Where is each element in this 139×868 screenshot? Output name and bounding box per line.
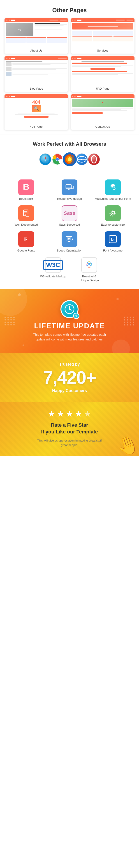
page-thumb-about[interactable]: img: [4, 18, 68, 54]
star-3: ★: [66, 409, 73, 418]
feature-google-fonts-label: Google Fonts: [17, 249, 35, 253]
features-grid: Bootstrap5 Responsive design: [7, 180, 132, 253]
browsers-section: Work Perfect with All Browsers: [0, 134, 139, 177]
hand-icon: 🤚: [113, 432, 139, 456]
page-thumb-services[interactable]: Services: [71, 18, 135, 54]
features-section: Bootstrap5 Responsive design: [0, 177, 139, 289]
browsers-title: Work Perfect with All Browsers: [4, 141, 135, 147]
w3c-icon-box: W3C: [45, 257, 61, 273]
svg-point-56: [87, 263, 88, 264]
svg-text:e: e: [81, 158, 82, 161]
feature-customize: Easy to customize: [93, 205, 132, 227]
feature-sass: Sass Sass Supported: [50, 205, 89, 227]
feature-font-awesome-label: Font Awesome: [103, 249, 122, 253]
safari-icon: [38, 152, 52, 166]
page-thumb-faq[interactable]: FAQ Page: [71, 56, 135, 92]
page-label-about: About Us: [4, 48, 68, 54]
trusted-section: Trusted by 7,420+ Happy Customers: [0, 353, 139, 402]
page-label-blog: Blog Page: [4, 86, 68, 92]
star-5: ★: [84, 409, 91, 418]
svg-text:✓: ✓: [26, 214, 28, 216]
feature-font-awesome: fa Font Awesome: [93, 231, 132, 253]
feature-speed-label: Speed Optimization: [57, 249, 82, 253]
feature-bootstrap-label: Bootstrap5: [19, 197, 33, 201]
feature-w3c: W3C W3 validate Markup: [40, 257, 66, 282]
lifetime-arrow-icon: ↺: [73, 313, 79, 319]
svg-point-13: [67, 157, 72, 161]
feature-mailchimp-label: MailChimp Subscriber Form: [94, 197, 131, 201]
font-awesome-icon-box: fa: [105, 231, 121, 247]
svg-point-60: [91, 264, 92, 266]
page-label-services: Services: [71, 48, 135, 54]
customize-icon-box: [105, 205, 121, 221]
other-pages-section: Other Pages img: [0, 0, 139, 134]
svg-point-25: [111, 186, 112, 187]
documented-icon-box: ✓: [18, 205, 34, 221]
browsers-icons: e: [4, 152, 135, 166]
feature-mailchimp: MailChimp Subscriber Form: [93, 180, 132, 201]
star-2: ★: [57, 409, 64, 418]
feature-responsive: Responsive design: [50, 180, 89, 201]
page-label-faq: FAQ Page: [71, 86, 135, 92]
svg-line-41: [114, 211, 115, 212]
feature-responsive-label: Responsive design: [57, 197, 82, 201]
lifetime-dots-right: [124, 317, 135, 326]
trusted-label: Trusted by: [4, 362, 135, 367]
star-1: ★: [48, 409, 55, 418]
features-bottom: W3C W3 validate Markup Beautiful & Uniqu…: [7, 257, 132, 282]
firefox-icon: [61, 151, 78, 167]
feature-documented-label: Well-Documented: [15, 223, 38, 227]
svg-rect-21: [71, 186, 73, 189]
trusted-customers: Happy Customers: [4, 389, 135, 393]
page-label-contact: Contact Us: [71, 124, 135, 130]
svg-point-34: [112, 213, 113, 214]
rate-subtitle: If you Like our Template: [4, 429, 135, 435]
page-thumb-404[interactable]: 404 🔍 404 Page: [4, 94, 68, 130]
rate-section: ★ ★ ★ ★ ★ Rate a Five Star If you Like o…: [0, 402, 139, 456]
page-label-404: 404 Page: [4, 124, 68, 130]
svg-line-39: [111, 211, 111, 212]
svg-point-58: [88, 261, 90, 262]
responsive-icon-box: [62, 180, 77, 195]
lifetime-dots-left: [4, 317, 15, 326]
lifetime-description: This template comes with lifetime free u…: [31, 332, 108, 342]
sass-icon-box: Sass: [62, 205, 77, 221]
feature-documented: ✓ Well-Documented: [7, 205, 46, 227]
svg-point-26: [113, 186, 114, 187]
speed-icon-box: [62, 231, 77, 247]
svg-line-40: [114, 215, 115, 215]
svg-text:fa: fa: [111, 237, 115, 243]
rate-title: Rate a Five Star: [4, 422, 135, 428]
lifetime-clock-icon: ↺: [60, 300, 79, 318]
feature-sass-label: Sass Supported: [59, 223, 80, 227]
pages-grid: img: [4, 18, 135, 130]
trusted-number: 7,420+: [4, 369, 135, 386]
svg-point-57: [90, 263, 91, 264]
lifetime-section: ↺ LIFETIME UPDATE This template comes wi…: [0, 289, 139, 353]
feature-beautiful: Beautiful & Unique Design: [80, 257, 99, 282]
svg-line-42: [111, 215, 111, 215]
sass-logo-text: Sass: [64, 210, 75, 216]
other-pages-title: Other Pages: [4, 7, 135, 14]
w3c-logo-text: W3C: [43, 260, 63, 270]
mailchimp-icon-box: [105, 180, 121, 195]
svg-text:F: F: [24, 236, 28, 243]
rate-description: This will give us appreciation in making…: [36, 438, 103, 447]
lifetime-title: LIFETIME UPDATE: [4, 322, 135, 330]
star-4: ★: [75, 409, 82, 418]
opera-icon: [87, 152, 101, 166]
feature-bootstrap: Bootstrap5: [7, 180, 46, 201]
svg-point-64: [69, 309, 70, 310]
beautiful-icon-box: [81, 257, 97, 273]
page-thumb-contact[interactable]: Contact Us: [71, 94, 135, 130]
feature-beautiful-label: Beautiful & Unique Design: [80, 275, 99, 282]
page-thumb-blog[interactable]: Blog Page: [4, 56, 68, 92]
feature-w3c-label: W3 validate Markup: [40, 275, 66, 279]
feature-google-fonts: F Google Fonts: [7, 231, 46, 253]
stars-row: ★ ★ ★ ★ ★: [4, 409, 135, 418]
svg-point-9: [56, 158, 59, 161]
feature-speed: Speed Optimization: [50, 231, 89, 253]
svg-rect-20: [66, 185, 71, 189]
svg-point-59: [86, 264, 87, 266]
svg-point-55: [88, 263, 90, 265]
